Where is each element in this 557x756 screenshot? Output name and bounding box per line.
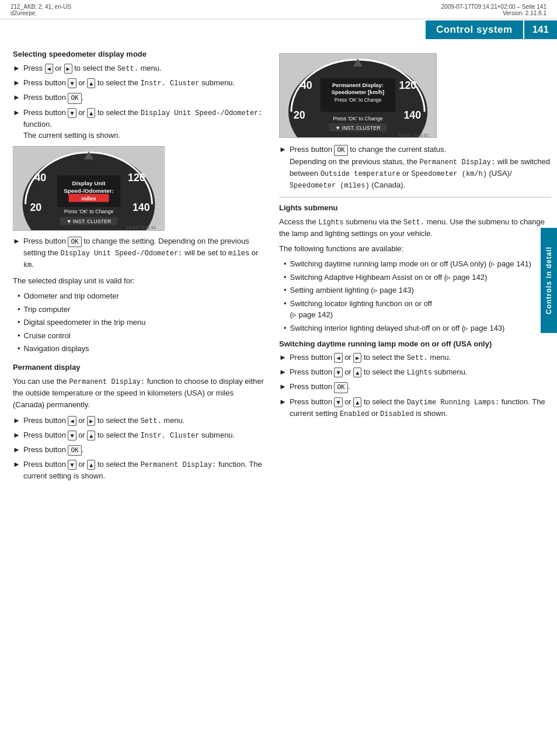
btn-up[interactable]: ▲ <box>87 431 95 441</box>
svg-text:miles: miles <box>81 195 96 201</box>
instr-item: ► Press button OK. <box>279 381 551 393</box>
arrow-icon: ► <box>279 366 287 378</box>
list-item: Switching Adaptive Highbeam Assist on or… <box>284 272 551 283</box>
lights-list: Switching daytime running lamp mode on o… <box>284 258 551 334</box>
instr-text: Press button OK. <box>23 444 83 456</box>
btn-left[interactable]: ◀ <box>68 416 76 426</box>
instr-text: Press button ▼ or ▲ to select the Daytim… <box>290 396 551 419</box>
arrow-icon: ► <box>279 396 287 408</box>
svg-text:Speedometer [km/h]: Speedometer [km/h] <box>332 89 384 95</box>
section2-heading: Permanent display <box>13 363 264 372</box>
btn-down[interactable]: ▼ <box>68 78 76 88</box>
btn-up[interactable]: ▲ <box>87 460 95 470</box>
instr-item: ► Press button ▼ or ▲ to select the Ligh… <box>279 366 551 378</box>
btn-down[interactable]: ▼ <box>334 367 342 377</box>
instr-text: Press button OK to change the current st… <box>290 144 551 191</box>
instr-item: ► Press button ▼ or ▲ to select the Dayt… <box>279 396 551 419</box>
btn-up[interactable]: ▲ <box>87 78 95 88</box>
section-title: Control system <box>426 20 523 39</box>
svg-text:Permanent Display:: Permanent Display: <box>332 82 384 88</box>
svg-text:54.32-7616-31: 54.32-7616-31 <box>398 133 429 138</box>
svg-text:20: 20 <box>294 109 305 121</box>
btn-ok[interactable]: OK <box>68 237 81 248</box>
instr-item: ► Press button OK to change the setting.… <box>13 235 264 271</box>
arrow-icon: ► <box>13 444 20 456</box>
list-item: Switching locator lighting function on o… <box>284 298 551 321</box>
svg-text:20: 20 <box>30 202 41 213</box>
btn-right[interactable]: ▶ <box>87 416 95 426</box>
instr-text: Press button ▼ or ▲ to select the Perman… <box>23 459 264 482</box>
svg-text:Press 'OK' to Change: Press 'OK' to Change <box>64 209 114 214</box>
list-item: Digital speedometer in the trip menu <box>18 317 264 328</box>
instr-text: Press button ▼ or ▲ to select the Instr.… <box>23 77 235 89</box>
side-tab-label: Controls in detail <box>541 228 557 333</box>
list-item: Odometer and trip odometer <box>18 290 264 302</box>
svg-text:140: 140 <box>133 202 150 213</box>
btn-down[interactable]: ▼ <box>334 397 342 407</box>
list-item: Trip computer <box>18 304 264 315</box>
arrow-icon: ► <box>13 63 20 74</box>
right-diagram: 20 40 120 140 Permanent Display: Speedom… <box>279 53 437 138</box>
instr-item: ► Press button ◀ or ▶ to select the Sett… <box>13 415 264 426</box>
svg-text:54.32-7615-31: 54.32-7615-31 <box>126 225 156 230</box>
section2-intro: You can use the Permanent Display: funct… <box>13 376 264 411</box>
daytime-instructions: ► Press button ◀ or ▶ to select the Sett… <box>279 352 551 419</box>
valid-list: Odometer and trip odometer Trip computer… <box>18 290 264 355</box>
btn-ok[interactable]: OK <box>334 382 347 393</box>
instr-text: Press button ▼ or ▲ to select the Displa… <box>23 107 264 141</box>
arrow-icon: ► <box>13 107 20 119</box>
btn-ok[interactable]: OK <box>68 445 81 456</box>
list-item: Setting ambient lighting (▹ page 143) <box>284 285 551 296</box>
instr-text: Press button ◀ or ▶ to select the Sett. … <box>23 415 185 426</box>
arrow-icon: ► <box>279 381 287 393</box>
arrow-icon: ► <box>13 459 20 470</box>
instr-item: ► Press ◀ or ▶ to select the Sett. menu. <box>13 63 264 74</box>
list-item: Switching daytime running lamp mode on o… <box>284 258 551 270</box>
instr-text: Press ◀ or ▶ to select the Sett. menu. <box>23 63 162 74</box>
instr-text: Press button OK. <box>290 381 350 393</box>
instr-text: Press button OK. <box>23 92 83 104</box>
btn-right[interactable]: ▶ <box>64 64 72 74</box>
instr-item: ► Press button OK. <box>13 444 264 456</box>
svg-text:Display Unit: Display Unit <box>72 180 106 186</box>
arrow-icon: ► <box>13 415 20 426</box>
header-right-bottom: Version: 2.11.8.1 <box>441 10 546 16</box>
instr-item: ► Press button ◀ or ▶ to select the Sett… <box>279 352 551 363</box>
btn-up[interactable]: ▲ <box>353 367 361 377</box>
btn-left[interactable]: ◀ <box>334 353 342 363</box>
section2-instructions: ► Press button ◀ or ▶ to select the Sett… <box>13 415 264 482</box>
title-bar: Control system 141 <box>0 19 557 39</box>
lights-heading: Lights submenu <box>279 203 551 212</box>
svg-text:140: 140 <box>403 109 421 121</box>
btn-up[interactable]: ▲ <box>353 397 361 407</box>
instr-text: Press button ◀ or ▶ to select the Sett. … <box>290 352 451 363</box>
arrow-icon: ► <box>13 92 20 103</box>
list-item: Navigation displays <box>18 343 264 355</box>
btn-up[interactable]: ▲ <box>87 108 95 118</box>
page-number: 141 <box>523 20 557 39</box>
btn-left[interactable]: ◀ <box>45 64 53 74</box>
instr-item: ► Press button ▼ or ▲ to select the Disp… <box>13 107 264 141</box>
btn-ok[interactable]: OK <box>334 145 347 156</box>
btn-down[interactable]: ▼ <box>68 108 76 118</box>
btn-down[interactable]: ▼ <box>68 460 76 470</box>
instr-text: Press button ▼ or ▲ to select the Lights… <box>290 366 468 378</box>
instr-item: ► Press button ▼ or ▲ to select the Inst… <box>13 77 264 89</box>
btn-ok[interactable]: OK <box>68 93 81 104</box>
instr-item: ► Press button ▼ or ▲ to select the Perm… <box>13 459 264 482</box>
right-after-image-instructions: ► Press button OK to change the current … <box>279 144 551 191</box>
section1-heading: Selecting speedometer display mode <box>13 50 264 58</box>
list-item: Cruise control <box>18 330 264 342</box>
svg-text:40: 40 <box>34 172 46 183</box>
page-header: 212_AKB; 2; 41, en-US d2ureepe, 2009-07-… <box>0 0 557 19</box>
svg-text:Speed-/Odometer:: Speed-/Odometer: <box>64 187 113 193</box>
arrow-icon: ► <box>13 77 20 89</box>
btn-right[interactable]: ▶ <box>353 353 361 363</box>
instr-text: Press button OK to change the setting. D… <box>23 235 264 271</box>
header-left-top: 212_AKB; 2; 41, en-US <box>11 4 71 10</box>
btn-down[interactable]: ▼ <box>68 431 76 441</box>
header-right-top: 2009-07-17T09:14:21+02:00 – Seite 141 <box>441 4 546 10</box>
daytime-heading: Switching daytime running lamp mode on o… <box>279 339 551 348</box>
main-content: Selecting speedometer display mode ► Pre… <box>0 39 557 493</box>
arrow-icon: ► <box>13 429 20 441</box>
